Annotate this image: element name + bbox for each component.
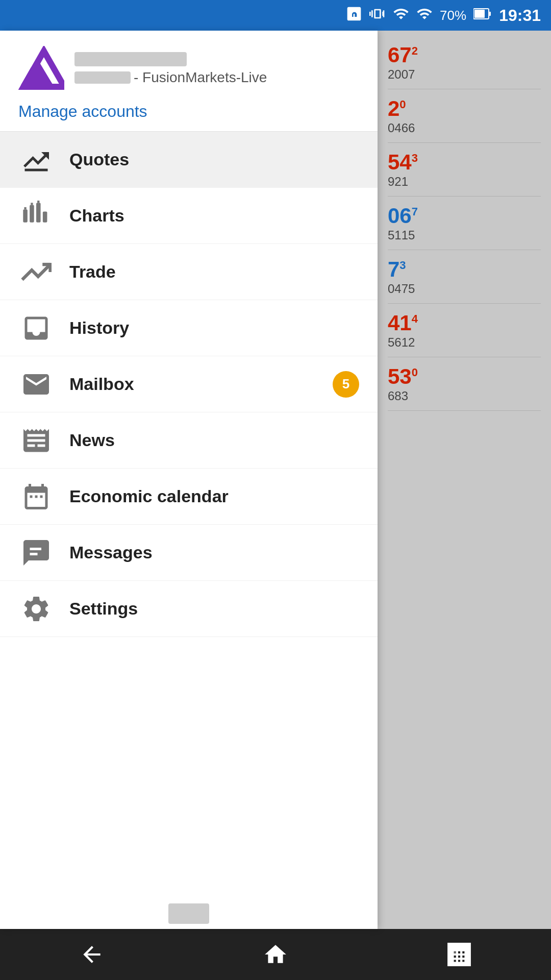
ticker-price: 530	[388, 364, 541, 389]
svg-rect-8	[36, 203, 41, 223]
recent-apps-button[interactable]	[446, 942, 472, 967]
ticker-price: 414	[388, 311, 541, 335]
right-panel: 672 2007 20 0466 543 921 067 5115 73 047…	[378, 31, 551, 929]
account-name-blurred	[74, 52, 187, 66]
manage-accounts-link[interactable]: Manage accounts	[18, 102, 147, 121]
ticker-price: 067	[388, 204, 541, 228]
home-button[interactable]	[263, 942, 288, 967]
nav-item-messages[interactable]: Messages	[0, 525, 378, 581]
ticker-price: 73	[388, 257, 541, 282]
main-wrapper: - FusionMarkets-Live Manage accounts Quo…	[0, 31, 551, 929]
nav-item-mailbox[interactable]: Mailbox5	[0, 356, 378, 412]
arrows-icon	[18, 142, 54, 178]
ticker-row: 414 5612	[388, 304, 541, 357]
scroll-indicator	[168, 903, 209, 924]
drawer: - FusionMarkets-Live Manage accounts Quo…	[0, 31, 378, 929]
signal-icon	[416, 6, 433, 26]
ticker-sub: 5612	[388, 335, 541, 350]
trending-up-icon	[18, 254, 54, 290]
status-bar: 70% 19:31	[0, 0, 551, 31]
nav-item-charts[interactable]: Charts	[0, 188, 378, 244]
svg-rect-6	[23, 209, 28, 223]
nav-item-label-messages: Messages	[69, 543, 153, 562]
ticker-price: 543	[388, 150, 541, 175]
account-header: - FusionMarkets-Live Manage accounts	[0, 31, 378, 132]
nav-item-settings[interactable]: Settings	[0, 581, 378, 637]
account-info: - FusionMarkets-Live	[74, 52, 267, 86]
wifi-icon	[393, 6, 409, 26]
ticker-row: 530 683	[388, 357, 541, 411]
nav-item-label-charts: Charts	[69, 206, 124, 226]
status-icons: 70% 19:31	[346, 6, 541, 26]
battery-percent: 70%	[440, 8, 466, 23]
svg-rect-7	[30, 205, 34, 222]
nav-item-label-history: History	[69, 318, 129, 338]
nav-item-label-quotes: Quotes	[69, 150, 129, 169]
ticker-sub: 0466	[388, 121, 541, 135]
nav-item-label-economic-calendar: Economic calendar	[69, 486, 229, 506]
nav-item-label-news: News	[69, 430, 115, 450]
nav-badge-mailbox: 5	[333, 371, 359, 398]
ticker-sub: 0475	[388, 282, 541, 296]
chat-icon	[18, 535, 54, 571]
nav-item-label-settings: Settings	[69, 599, 138, 619]
nav-item-label-mailbox: Mailbox	[69, 374, 134, 394]
nav-item-label-trade: Trade	[69, 262, 116, 282]
mail-icon	[18, 366, 54, 402]
ticker-row: 543 921	[388, 143, 541, 197]
account-sub-blurred	[74, 71, 131, 84]
svg-rect-9	[43, 211, 47, 222]
nav-item-economic-calendar[interactable]: Economic calendar	[0, 469, 378, 525]
battery-icon	[473, 7, 492, 24]
fusion-markets-logo	[18, 46, 64, 92]
calendar-icon	[18, 479, 54, 514]
account-logo-row: - FusionMarkets-Live	[18, 46, 359, 92]
nav-item-quotes[interactable]: Quotes	[0, 132, 378, 188]
ticker-sub: 921	[388, 175, 541, 189]
nav-item-history[interactable]: History	[0, 300, 378, 356]
ticker-price: 20	[388, 96, 541, 121]
ticker-sub: 5115	[388, 228, 541, 242]
account-subtext: - FusionMarkets-Live	[74, 69, 267, 86]
vibrate-icon	[369, 6, 386, 26]
ticker-row: 067 5115	[388, 197, 541, 250]
ticker-sub: 2007	[388, 67, 541, 82]
nav-menu: Quotes Charts TradeHistoryMailbox5NewsEc…	[0, 132, 378, 898]
bottom-nav	[0, 929, 551, 980]
svg-rect-1	[474, 10, 485, 18]
ticker-row: 672 2007	[388, 36, 541, 89]
status-time: 19:31	[499, 6, 541, 25]
ticker-list: 672 2007 20 0466 543 921 067 5115 73 047…	[378, 31, 551, 416]
back-button[interactable]	[79, 942, 105, 967]
account-broker: - FusionMarkets-Live	[134, 69, 267, 86]
ticker-row: 20 0466	[388, 89, 541, 143]
ticker-row: 73 0475	[388, 250, 541, 304]
nfc-icon	[346, 6, 362, 26]
nav-item-news[interactable]: News	[0, 412, 378, 469]
svg-rect-2	[489, 12, 491, 16]
candlestick-icon	[18, 198, 54, 234]
news-icon	[18, 423, 54, 458]
gear-icon	[18, 591, 54, 627]
ticker-price: 672	[388, 43, 541, 67]
ticker-sub: 683	[388, 389, 541, 403]
nav-item-trade[interactable]: Trade	[0, 244, 378, 300]
inbox-icon	[18, 310, 54, 346]
